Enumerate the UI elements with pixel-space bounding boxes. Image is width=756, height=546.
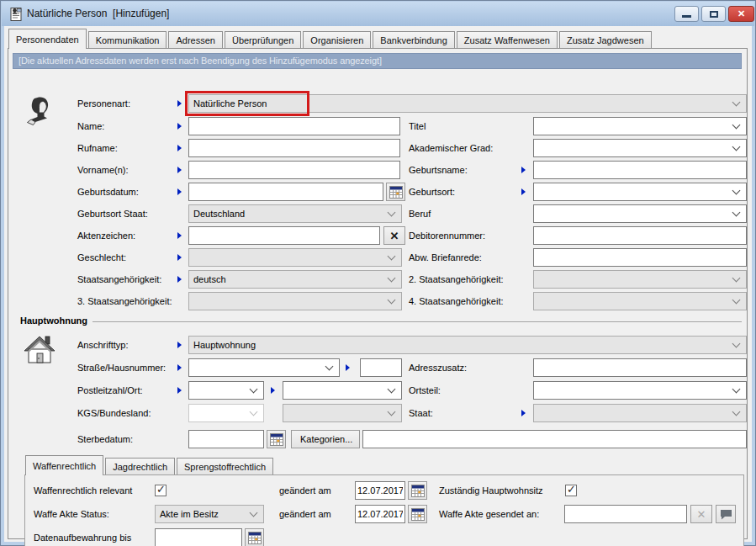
person-document-icon	[8, 7, 24, 22]
waffe-akte-gesendet-an-input[interactable]	[564, 505, 687, 523]
required-arrow-icon	[177, 145, 182, 151]
debitorennummer-input[interactable]	[533, 226, 747, 245]
kategorien-input[interactable]	[362, 430, 747, 448]
abw-briefanrede-label: Abw. Briefanrede:	[409, 248, 482, 267]
chevron-down-icon	[732, 274, 741, 283]
geburtsname-input[interactable]	[533, 161, 747, 179]
tab-waffenrechtlich[interactable]: Waffenrechtlich	[25, 455, 103, 475]
strasse-combo[interactable]	[188, 358, 340, 377]
gesendet-an-comment-button[interactable]	[716, 505, 736, 523]
titel-combo[interactable]	[533, 117, 747, 135]
chevron-down-icon	[732, 296, 741, 305]
ortsteil-label: Ortsteil:	[409, 381, 441, 400]
bundesland-combo[interactable]	[283, 404, 402, 422]
geburtsort-staat-combo[interactable]: Deutschland	[188, 204, 402, 223]
staatsangehoerigkeit4-combo[interactable]	[533, 292, 747, 310]
tab-adressen[interactable]: Adressen	[168, 31, 222, 49]
calendar-icon	[270, 433, 283, 446]
postleitzahl-ort-label: Postleitzahl/Ort:	[77, 381, 143, 400]
sterbedatum-calendar-button[interactable]	[267, 430, 286, 448]
gesendet-an-clear-button[interactable]: ✕	[690, 505, 712, 523]
tab-zusatz-jagdwesen[interactable]: Zusatz Jagdwesen	[559, 31, 652, 49]
geaendert-am-date-2[interactable]	[355, 505, 405, 523]
kategorien-button[interactable]: Kategorien...	[291, 430, 360, 448]
datenaufbewahrung-input[interactable]	[155, 528, 242, 546]
ortsteil-combo[interactable]	[533, 381, 747, 400]
title-bar: Natürliche Person [Hinzufügen] ✕	[2, 2, 754, 26]
staatsangehoerigkeit-combo[interactable]: deutsch	[188, 270, 402, 289]
datenaufbewahrung-label: Datenaufbewahrung bis	[34, 528, 131, 546]
waffe-akte-status-combo[interactable]: Akte im Besitz	[155, 505, 264, 523]
name-label: Name:	[77, 117, 104, 135]
minimize-button[interactable]	[674, 6, 699, 22]
required-arrow-icon	[177, 167, 182, 173]
datenaufbewahrung-calendar-button[interactable]	[245, 528, 264, 546]
tab-bankverbindung[interactable]: Bankverbindung	[373, 31, 455, 49]
maximize-button[interactable]	[701, 6, 726, 22]
waffe-akte-status-label: Waffe Akte Status:	[34, 505, 109, 523]
geaendert-am-date-1[interactable]	[355, 481, 405, 500]
anschrifttyp-combo[interactable]: Hauptwohnung	[188, 336, 747, 354]
aktenzeichen-input[interactable]	[188, 226, 380, 245]
geaendert-am-calendar-button-2[interactable]	[408, 505, 427, 523]
geburtsdatum-calendar-button[interactable]	[386, 183, 405, 201]
tab-organisieren[interactable]: Organisieren	[303, 31, 371, 49]
abw-briefanrede-input[interactable]	[533, 248, 747, 267]
staatsangehoerigkeit2-combo[interactable]	[533, 270, 747, 289]
chevron-down-icon	[732, 385, 741, 394]
ort-combo[interactable]	[283, 381, 402, 400]
staat-combo[interactable]	[533, 404, 747, 422]
aktenzeichen-clear-button[interactable]: ✕	[383, 226, 405, 245]
sterbedatum-input[interactable]	[188, 430, 264, 448]
waffe-akte-status-value: Akte im Besitz	[160, 506, 219, 522]
tab-ueberpruefungen[interactable]: Überprüfungen	[225, 31, 301, 49]
titel-label: Titel	[409, 117, 426, 135]
tab-jagdrechtlich[interactable]: Jagdrechtlich	[105, 458, 175, 475]
vorname-input[interactable]	[188, 161, 400, 179]
close-button[interactable]: ✕	[728, 6, 754, 22]
chevron-down-icon	[388, 385, 396, 394]
required-arrow-icon	[177, 188, 182, 195]
tab-personendaten[interactable]: Personendaten	[8, 29, 87, 49]
geaendert-am-label-2: geändert am	[279, 505, 331, 523]
required-arrow-icon	[271, 387, 275, 394]
dialog-client-area: Personendaten Kommunikation Adressen Übe…	[4, 26, 752, 542]
geburtsdatum-input[interactable]	[188, 183, 383, 201]
kgs-combo[interactable]	[188, 404, 264, 422]
rufname-input[interactable]	[188, 139, 400, 157]
name-input[interactable]	[188, 117, 400, 135]
clear-x-icon: ✕	[390, 231, 399, 241]
hauptwohnung-section-header: Hauptwohnung	[20, 311, 87, 330]
chevron-down-icon	[388, 296, 396, 305]
adresszusatz-label: Adresszusatz:	[409, 358, 467, 377]
staat-label: Staat:	[409, 404, 433, 422]
required-arrow-icon	[346, 364, 350, 371]
main-tab-strip: Personendaten Kommunikation Adressen Übe…	[8, 29, 652, 49]
adresszusatz-input[interactable]	[533, 358, 747, 377]
house-icon	[22, 333, 57, 372]
checkmark-icon: ✓	[156, 483, 166, 496]
calendar-icon	[248, 532, 262, 544]
geaendert-am-calendar-button-1[interactable]	[408, 481, 427, 500]
chevron-down-icon	[732, 408, 741, 416]
chevron-down-icon	[250, 408, 258, 416]
tab-kommunikation[interactable]: Kommunikation	[88, 31, 167, 49]
geschlecht-combo[interactable]	[188, 248, 402, 267]
chevron-down-icon	[732, 121, 741, 130]
zustaendig-hauptwohnsitz-checkbox[interactable]: ✓	[565, 485, 577, 496]
beruf-combo[interactable]	[533, 204, 747, 223]
waffenrechtlich-relevant-checkbox[interactable]: ✓	[155, 485, 167, 496]
required-arrow-icon	[177, 342, 182, 348]
personenart-label: Personenart:	[77, 94, 130, 113]
required-arrow-icon	[521, 167, 526, 173]
akademischer-grad-combo[interactable]	[533, 139, 747, 157]
geburtsort-combo[interactable]	[533, 183, 747, 201]
required-arrow-icon	[521, 188, 526, 195]
staatsangehoerigkeit3-combo[interactable]	[188, 292, 402, 310]
comment-bubble-icon	[720, 509, 732, 520]
window-title: Natürliche Person [Hinzufügen]	[27, 8, 169, 19]
hausnummer-input[interactable]	[360, 358, 402, 377]
tab-sprengstoffrechtlich[interactable]: Sprengstoffrechtlich	[177, 458, 273, 475]
postleitzahl-combo[interactable]	[188, 381, 264, 400]
tab-zusatz-waffenwesen[interactable]: Zusatz Waffenwesen	[457, 31, 558, 49]
